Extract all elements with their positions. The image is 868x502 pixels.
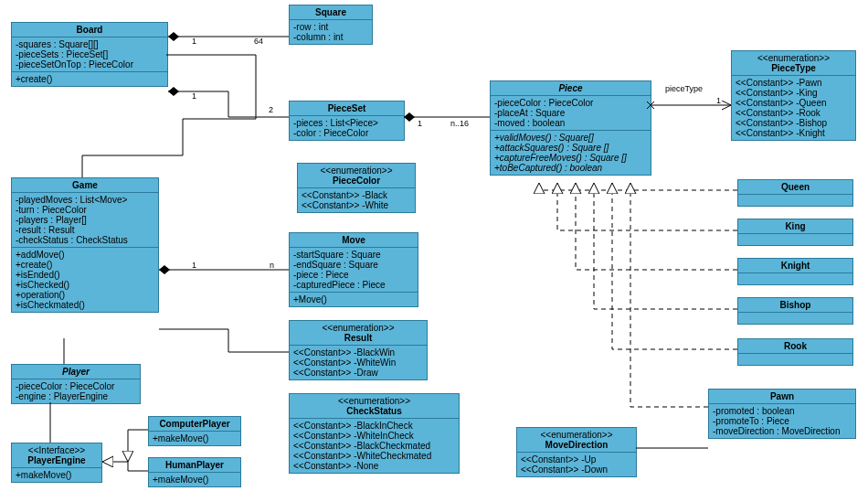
class-square: Square -row : int-column : int [289,5,373,45]
enum-movedirection: <<enumeration>>MoveDirection <<Constant>… [516,427,637,477]
enum-result: <<enumeration>>Result <<Constant>> -Blac… [289,320,428,380]
mult-n: n [270,261,274,270]
class-pawn: Pawn -promoted : boolean-promoteTo : Pie… [708,389,856,439]
class-rook: Rook [737,338,853,366]
class-king: King [737,219,853,246]
enum-piecetype: <<enumeration>>PieceType <<Constant>> -P… [731,50,856,141]
mult-1: 1 [192,37,196,46]
class-queen: Queen [737,179,853,207]
mult-2: 2 [269,105,273,114]
enum-piececolor: <<enumeration>>PieceColor <<Constant>> -… [297,163,416,213]
mult-n116: n..16 [450,119,469,128]
class-pieceset: PieceSet -pieces : List<Piece>-color : P… [289,101,405,141]
class-game: Game -playedMoves : List<Move>-turn : Pi… [11,177,159,313]
mult-1b: 1 [192,91,196,101]
class-player: Player -pieceColor : PieceColor-engine :… [11,364,141,404]
enum-checkstatus: <<enumeration>>CheckStatus <<Constant>> … [289,393,460,474]
class-board: Board -squares : Square[][]-pieceSets : … [11,22,168,87]
class-bishop: Bishop [737,297,853,325]
class-humanplayer: HumanPlayer +makeMove() [148,457,241,487]
class-knight: Knight [737,258,853,285]
class-move: Move -startSquare : Square-endSquare : S… [289,232,418,307]
class-computerplayer: ComputerPlayer +makeMove() [148,416,241,446]
mult-1d: 1 [716,96,721,105]
mult-1c: 1 [418,119,422,128]
mult-1e: 1 [192,261,196,270]
role-piecetype: pieceType [665,84,703,93]
mult-64: 64 [254,37,263,46]
class-piece: Piece -pieceColor : PieceColor-placeAt :… [490,80,651,176]
interface-playerengine: <<Interface>>PlayerEngine +makeMove() [11,443,102,483]
class-name: Board [77,25,103,35]
